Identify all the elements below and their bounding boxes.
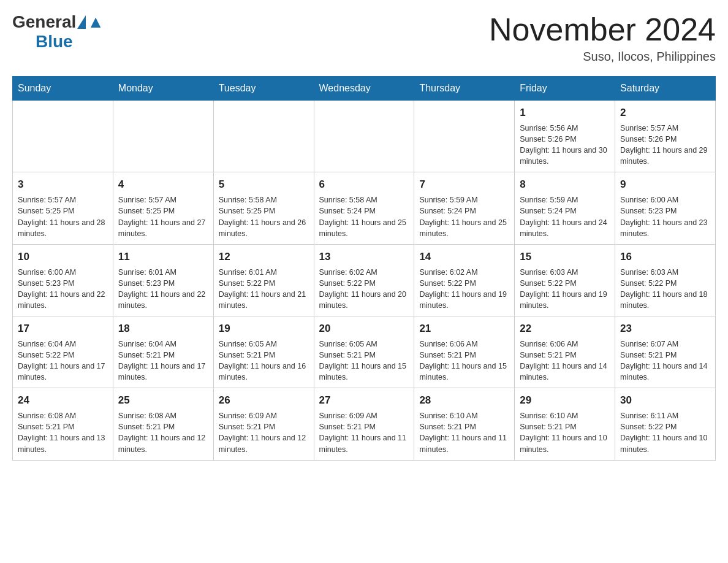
day-number: 1 xyxy=(520,105,610,120)
day-cell: 12Sunrise: 6:01 AMSunset: 5:22 PMDayligh… xyxy=(213,244,314,316)
day-cell: 16Sunrise: 6:03 AMSunset: 5:22 PMDayligh… xyxy=(615,244,716,316)
day-cell: 8Sunrise: 5:59 AMSunset: 5:24 PMDaylight… xyxy=(515,172,615,244)
day-cell: 26Sunrise: 6:09 AMSunset: 5:21 PMDayligh… xyxy=(213,388,314,460)
day-cell: 13Sunrise: 6:02 AMSunset: 5:22 PMDayligh… xyxy=(314,244,414,316)
day-number: 22 xyxy=(520,321,610,336)
day-info: Sunrise: 5:59 AMSunset: 5:24 PMDaylight:… xyxy=(419,194,509,239)
day-info: Sunrise: 6:06 AMSunset: 5:21 PMDaylight:… xyxy=(419,339,509,383)
day-info: Sunrise: 6:04 AMSunset: 5:22 PMDaylight:… xyxy=(18,339,108,383)
week-row-4: 17Sunrise: 6:04 AMSunset: 5:22 PMDayligh… xyxy=(13,316,716,388)
day-info: Sunrise: 6:07 AMSunset: 5:21 PMDaylight:… xyxy=(620,339,710,383)
header-sunday: Sunday xyxy=(13,77,113,101)
header-monday: Monday xyxy=(113,77,213,101)
day-cell xyxy=(314,101,414,172)
day-number: 20 xyxy=(319,321,409,336)
weekday-header-row: Sunday Monday Tuesday Wednesday Thursday… xyxy=(13,77,716,101)
day-number: 7 xyxy=(419,177,509,192)
day-cell: 29Sunrise: 6:10 AMSunset: 5:21 PMDayligh… xyxy=(515,388,615,460)
day-number: 30 xyxy=(620,393,710,408)
day-number: 15 xyxy=(520,250,610,264)
day-number: 9 xyxy=(620,177,710,192)
day-cell xyxy=(113,101,213,172)
day-cell: 10Sunrise: 6:00 AMSunset: 5:23 PMDayligh… xyxy=(13,244,113,316)
day-number: 12 xyxy=(219,250,309,264)
day-number: 13 xyxy=(319,250,409,264)
title-area: November 2024 Suso, Ilocos, Philippines xyxy=(489,12,716,64)
day-number: 5 xyxy=(219,177,309,192)
location-text: Suso, Ilocos, Philippines xyxy=(489,50,716,64)
day-cell: 27Sunrise: 6:09 AMSunset: 5:21 PMDayligh… xyxy=(314,388,414,460)
logo: General ▲ Blue xyxy=(12,12,104,52)
day-cell: 23Sunrise: 6:07 AMSunset: 5:21 PMDayligh… xyxy=(615,316,716,388)
day-cell: 9Sunrise: 6:00 AMSunset: 5:23 PMDaylight… xyxy=(615,172,716,244)
day-info: Sunrise: 6:05 AMSunset: 5:21 PMDaylight:… xyxy=(219,339,309,383)
day-cell: 24Sunrise: 6:08 AMSunset: 5:21 PMDayligh… xyxy=(13,388,113,460)
header-saturday: Saturday xyxy=(615,77,716,101)
day-info: Sunrise: 6:00 AMSunset: 5:23 PMDaylight:… xyxy=(620,194,710,239)
day-info: Sunrise: 6:02 AMSunset: 5:22 PMDaylight:… xyxy=(319,267,409,312)
day-info: Sunrise: 5:57 AMSunset: 5:25 PMDaylight:… xyxy=(118,194,208,239)
day-info: Sunrise: 6:04 AMSunset: 5:21 PMDaylight:… xyxy=(118,339,208,383)
day-number: 21 xyxy=(419,321,509,336)
day-cell: 15Sunrise: 6:03 AMSunset: 5:22 PMDayligh… xyxy=(515,244,615,316)
day-cell xyxy=(414,101,515,172)
day-cell: 30Sunrise: 6:11 AMSunset: 5:22 PMDayligh… xyxy=(615,388,716,460)
day-cell: 22Sunrise: 6:06 AMSunset: 5:21 PMDayligh… xyxy=(515,316,615,388)
day-number: 14 xyxy=(419,250,509,264)
day-info: Sunrise: 6:00 AMSunset: 5:23 PMDaylight:… xyxy=(18,267,108,312)
day-info: Sunrise: 5:59 AMSunset: 5:24 PMDaylight:… xyxy=(520,194,610,239)
day-info: Sunrise: 6:03 AMSunset: 5:22 PMDaylight:… xyxy=(520,267,610,312)
day-cell xyxy=(213,101,314,172)
day-number: 3 xyxy=(18,177,108,192)
day-number: 19 xyxy=(219,321,309,336)
week-row-3: 10Sunrise: 6:00 AMSunset: 5:23 PMDayligh… xyxy=(13,244,716,316)
header-friday: Friday xyxy=(515,77,615,101)
day-info: Sunrise: 6:01 AMSunset: 5:22 PMDaylight:… xyxy=(219,267,309,312)
day-info: Sunrise: 6:05 AMSunset: 5:21 PMDaylight:… xyxy=(319,339,409,383)
day-number: 4 xyxy=(118,177,208,192)
day-cell: 20Sunrise: 6:05 AMSunset: 5:21 PMDayligh… xyxy=(314,316,414,388)
month-title: November 2024 xyxy=(489,12,716,47)
week-row-2: 3Sunrise: 5:57 AMSunset: 5:25 PMDaylight… xyxy=(13,172,716,244)
day-info: Sunrise: 5:58 AMSunset: 5:25 PMDaylight:… xyxy=(219,194,309,239)
day-number: 10 xyxy=(18,250,108,264)
day-info: Sunrise: 6:09 AMSunset: 5:21 PMDaylight:… xyxy=(219,410,309,455)
day-cell: 4Sunrise: 5:57 AMSunset: 5:25 PMDaylight… xyxy=(113,172,213,244)
page-header: General ▲ Blue November 2024 Suso, Iloco… xyxy=(12,12,716,64)
logo-blue-text: ▲ xyxy=(87,12,104,32)
header-thursday: Thursday xyxy=(414,77,515,101)
day-number: 29 xyxy=(520,393,610,408)
day-info: Sunrise: 5:58 AMSunset: 5:24 PMDaylight:… xyxy=(319,194,409,239)
day-number: 25 xyxy=(118,393,208,408)
day-cell: 25Sunrise: 6:08 AMSunset: 5:21 PMDayligh… xyxy=(113,388,213,460)
day-number: 24 xyxy=(18,393,108,408)
day-info: Sunrise: 5:56 AMSunset: 5:26 PMDaylight:… xyxy=(520,123,610,167)
day-cell xyxy=(13,101,113,172)
day-number: 17 xyxy=(18,321,108,336)
day-cell: 18Sunrise: 6:04 AMSunset: 5:21 PMDayligh… xyxy=(113,316,213,388)
week-row-1: 1Sunrise: 5:56 AMSunset: 5:26 PMDaylight… xyxy=(13,101,716,172)
day-cell: 6Sunrise: 5:58 AMSunset: 5:24 PMDaylight… xyxy=(314,172,414,244)
day-number: 11 xyxy=(118,250,208,264)
day-info: Sunrise: 6:11 AMSunset: 5:22 PMDaylight:… xyxy=(620,410,710,455)
day-info: Sunrise: 6:06 AMSunset: 5:21 PMDaylight:… xyxy=(520,339,610,383)
day-number: 23 xyxy=(620,321,710,336)
day-number: 26 xyxy=(219,393,309,408)
day-info: Sunrise: 6:10 AMSunset: 5:21 PMDaylight:… xyxy=(520,410,610,455)
day-info: Sunrise: 6:02 AMSunset: 5:22 PMDaylight:… xyxy=(419,267,509,312)
day-cell: 19Sunrise: 6:05 AMSunset: 5:21 PMDayligh… xyxy=(213,316,314,388)
day-info: Sunrise: 5:57 AMSunset: 5:25 PMDaylight:… xyxy=(18,194,108,239)
day-cell: 14Sunrise: 6:02 AMSunset: 5:22 PMDayligh… xyxy=(414,244,515,316)
day-cell: 3Sunrise: 5:57 AMSunset: 5:25 PMDaylight… xyxy=(13,172,113,244)
day-number: 28 xyxy=(419,393,509,408)
calendar-table: Sunday Monday Tuesday Wednesday Thursday… xyxy=(12,76,716,460)
day-cell: 7Sunrise: 5:59 AMSunset: 5:24 PMDaylight… xyxy=(414,172,515,244)
logo-blue-label: Blue xyxy=(36,32,73,51)
day-info: Sunrise: 6:10 AMSunset: 5:21 PMDaylight:… xyxy=(419,410,509,455)
day-info: Sunrise: 6:01 AMSunset: 5:23 PMDaylight:… xyxy=(118,267,208,312)
day-cell: 28Sunrise: 6:10 AMSunset: 5:21 PMDayligh… xyxy=(414,388,515,460)
day-cell: 17Sunrise: 6:04 AMSunset: 5:22 PMDayligh… xyxy=(13,316,113,388)
logo-general-text: General xyxy=(12,12,76,32)
day-cell: 1Sunrise: 5:56 AMSunset: 5:26 PMDaylight… xyxy=(515,101,615,172)
day-number: 8 xyxy=(520,177,610,192)
